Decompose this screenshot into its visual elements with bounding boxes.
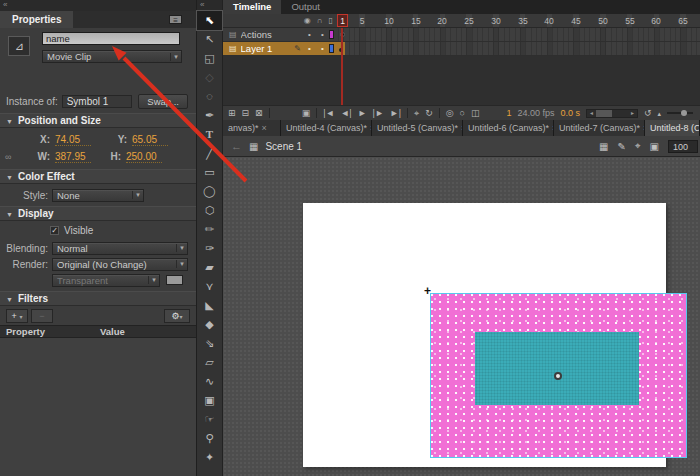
filter-options-button[interactable]: ⚙▾	[164, 309, 190, 323]
chevron-down-icon[interactable]: ▾	[170, 53, 181, 61]
layer-row-actions[interactable]: ▤ Actions • •	[223, 28, 338, 42]
doc-tab-untitled3[interactable]: anvas)*×	[223, 120, 281, 136]
text-tool[interactable]: T	[197, 125, 222, 144]
edit-symbols-icon[interactable]: ✎	[618, 141, 626, 152]
edit-scene-icon[interactable]: ▦	[599, 141, 608, 152]
zoom-out-triangle[interactable]: ▴	[657, 106, 661, 121]
remove-filter-button[interactable]: −	[31, 309, 53, 323]
visibility-column-icon[interactable]: ◉	[304, 16, 311, 25]
layer-name[interactable]: Actions	[241, 29, 303, 40]
teal-rectangle[interactable]	[475, 332, 639, 405]
edit-multiple-frames-button[interactable]: ◫	[471, 106, 480, 121]
new-layer-button[interactable]: ⊞	[228, 106, 236, 121]
layer-row-layer1[interactable]: ▤ Layer 1 ✎ • •	[223, 42, 338, 56]
layer-color-swatch[interactable]	[329, 44, 334, 53]
doc-tab-untitled5[interactable]: Untitled-5 (Canvas)*×	[372, 120, 463, 136]
asset-warp-tool[interactable]: ✦	[197, 448, 222, 467]
last-frame-button[interactable]: ►|	[390, 106, 401, 121]
section-header-position-size[interactable]: ▼Position and Size	[0, 113, 196, 128]
play-button[interactable]: ►	[358, 106, 367, 121]
loop-button[interactable]: ↻	[425, 106, 433, 121]
subselection-tool[interactable]: ↖	[197, 30, 222, 49]
tab-timeline[interactable]: Timeline	[223, 0, 281, 14]
section-header-display[interactable]: ▼Display	[0, 206, 196, 221]
swap-button[interactable]: Swap...	[138, 94, 188, 109]
visible-checkbox[interactable]: ✓	[50, 226, 59, 235]
blending-dropdown[interactable]: Normal ▾	[52, 242, 188, 255]
scrollbar-thumb[interactable]	[596, 110, 612, 117]
first-frame-button[interactable]: |◄	[323, 106, 334, 121]
timeline-zoom-slider[interactable]	[667, 112, 693, 114]
render-dropdown[interactable]: Original (No Change) ▾	[52, 258, 188, 271]
scroll-right-arrow[interactable]: ►	[628, 110, 637, 116]
frame-ruler[interactable]: 5 10 15 20 25 30 35 40 45 50 55 60 65	[338, 14, 700, 28]
stage-zoom-input[interactable]: 100	[668, 140, 698, 153]
lock-column-icon[interactable]: ∩	[317, 16, 323, 25]
section-collapse-icon[interactable]: ▼	[6, 211, 13, 218]
tab-output[interactable]: Output	[281, 0, 330, 14]
eyedropper-tool[interactable]: ⇘	[197, 334, 222, 353]
chevron-down-icon[interactable]: ▾	[176, 244, 187, 252]
layer-lock-dot[interactable]: •	[316, 44, 329, 53]
selection-tool[interactable]: ⬉	[197, 11, 222, 30]
paint-bucket-tool[interactable]: ◣	[197, 296, 222, 315]
brush-tool[interactable]: ✑	[197, 239, 222, 258]
rectangle-tool[interactable]: ▭	[197, 163, 222, 182]
reset-timeline-zoom-button[interactable]: ↺	[644, 106, 652, 121]
doc-tab-untitled6[interactable]: Untitled-6 (Canvas)*×	[463, 120, 554, 136]
doc-tab-untitled7[interactable]: Untitled-7 (Canvas)*×	[554, 120, 645, 136]
clip-content-icon[interactable]: ▣	[650, 141, 659, 152]
section-header-filters[interactable]: ▼Filters	[0, 291, 196, 306]
pencil-tool[interactable]: ✏	[197, 220, 222, 239]
free-transform-tool[interactable]: ◱	[197, 49, 222, 68]
panel-menu-icon[interactable]: ≡	[169, 15, 182, 24]
doc-tab-untitled8-active[interactable]: Untitled-8 (Canva	[645, 120, 700, 136]
center-frame-button[interactable]: ⌖	[414, 106, 419, 121]
y-value[interactable]: 65.05	[132, 134, 168, 146]
symbol-type-dropdown[interactable]: Movie Clip ▾	[42, 50, 182, 63]
tab-properties[interactable]: Properties	[0, 11, 73, 28]
timeline-scrollbar[interactable]: ◄ ►	[586, 109, 638, 118]
layer-visibility-dot[interactable]: •	[303, 30, 316, 39]
pen-tool[interactable]: ✒	[197, 106, 222, 125]
section-header-color-effect[interactable]: ▼Color Effect	[0, 169, 196, 184]
width-tool[interactable]: ∿	[197, 372, 222, 391]
section-collapse-icon[interactable]: ▼	[6, 174, 13, 181]
timeline-empty-area[interactable]	[223, 56, 700, 105]
new-folder-button[interactable]: ⊟	[242, 106, 250, 121]
tools-collapse-bar[interactable]: «	[197, 0, 222, 11]
h-value[interactable]: 250.00	[126, 151, 162, 163]
doc-tab-untitled4[interactable]: Untitled-4 (Canvas)*×	[281, 120, 372, 136]
oval-tool[interactable]: ◯	[197, 182, 222, 201]
link-dimensions-icon[interactable]: ∞	[5, 152, 11, 162]
ink-bottle-tool[interactable]: ◆	[197, 315, 222, 334]
panel-collapse-bar[interactable]: «	[0, 0, 196, 11]
lasso-tool[interactable]: ◌	[197, 87, 222, 106]
playhead-line[interactable]	[341, 28, 343, 105]
eraser-tool[interactable]: ▱	[197, 353, 222, 372]
style-dropdown[interactable]: None ▾	[52, 189, 144, 202]
center-stage-icon[interactable]: ⌖	[635, 140, 641, 152]
onion-skin-button[interactable]: ◎	[446, 106, 454, 121]
gradient-transform-tool[interactable]: ◇	[197, 68, 222, 87]
bone-tool[interactable]: ⋎	[197, 277, 222, 296]
back-arrow-icon[interactable]: ←	[231, 140, 242, 152]
close-icon[interactable]: ×	[262, 123, 267, 133]
frames-row-layer1[interactable]	[338, 42, 700, 56]
paint-brush-tool[interactable]: ▰	[197, 258, 222, 277]
scroll-left-arrow[interactable]: ◄	[587, 110, 596, 116]
step-forward-button[interactable]: |►	[373, 106, 384, 121]
outline-column-icon[interactable]: ▯	[329, 16, 333, 25]
delete-layer-button[interactable]: ⊠	[255, 106, 263, 121]
chevron-down-icon[interactable]: ▾	[132, 191, 143, 199]
onion-outline-button[interactable]: ○	[460, 106, 465, 121]
w-value[interactable]: 387.95	[55, 151, 91, 163]
collapse-icon[interactable]: «	[200, 0, 204, 9]
scene-label[interactable]: Scene 1	[265, 141, 302, 152]
camera-tool[interactable]: ▣	[197, 391, 222, 410]
x-value[interactable]: 74.05	[55, 134, 91, 146]
stage-pasteboard[interactable]: +	[223, 157, 700, 476]
playhead-marker[interactable]: 1	[337, 14, 348, 27]
layer-visibility-dot[interactable]: •	[303, 44, 316, 53]
add-filter-button[interactable]: + ▾	[6, 309, 28, 323]
